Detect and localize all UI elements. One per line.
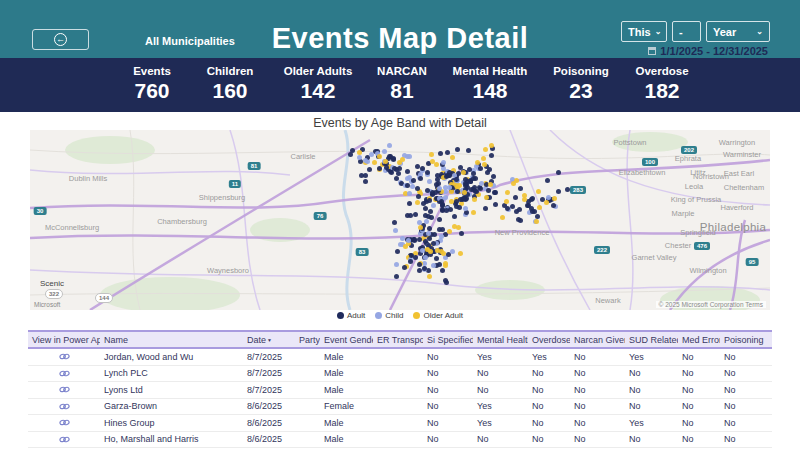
- column-header-mental-health-[interactable]: Mental Health?: [473, 335, 528, 345]
- view-in-power-app-cell[interactable]: [28, 352, 100, 361]
- event-dot[interactable]: [377, 166, 382, 171]
- event-dot[interactable]: [384, 165, 389, 170]
- table-row[interactable]: Hines Group8/6/2025MaleNoYesNoNoYesNoNo: [28, 415, 772, 432]
- event-dot[interactable]: [505, 206, 510, 211]
- event-dot[interactable]: [535, 214, 540, 219]
- event-dot[interactable]: [518, 218, 523, 223]
- event-dot[interactable]: [462, 196, 467, 201]
- event-dot[interactable]: [455, 147, 460, 152]
- power-app-link-icon[interactable]: [59, 402, 70, 411]
- power-app-link-icon[interactable]: [59, 418, 70, 427]
- event-dot[interactable]: [367, 167, 372, 172]
- event-dot[interactable]: [425, 170, 430, 175]
- event-dot[interactable]: [394, 176, 399, 181]
- event-dot[interactable]: [417, 262, 422, 267]
- event-dot[interactable]: [372, 160, 377, 165]
- event-dot[interactable]: [440, 268, 445, 273]
- event-dot[interactable]: [416, 194, 421, 199]
- column-header-event-gender[interactable]: Event Gender: [320, 335, 373, 345]
- event-dot[interactable]: [466, 148, 471, 153]
- column-header-er-transport[interactable]: ER Transport: [373, 335, 423, 345]
- event-dot[interactable]: [485, 170, 490, 175]
- event-dot[interactable]: [363, 158, 368, 163]
- event-dot[interactable]: [513, 195, 518, 200]
- period-second-dropdown[interactable]: Year ⌄: [706, 21, 770, 42]
- event-dot[interactable]: [405, 169, 410, 174]
- event-dot[interactable]: [418, 225, 423, 230]
- legend-item-child[interactable]: Child: [375, 311, 403, 320]
- event-dot[interactable]: [536, 189, 541, 194]
- event-dot[interactable]: [441, 160, 446, 165]
- legend-item-adult[interactable]: Adult: [337, 311, 365, 320]
- power-app-link-icon[interactable]: [59, 369, 70, 378]
- event-dot[interactable]: [413, 212, 418, 217]
- event-dot[interactable]: [481, 156, 486, 161]
- event-dot[interactable]: [438, 151, 443, 156]
- event-dot[interactable]: [439, 199, 444, 204]
- event-dot[interactable]: [462, 190, 467, 195]
- view-in-power-app-cell[interactable]: [28, 435, 100, 444]
- event-dot[interactable]: [483, 206, 488, 211]
- column-header-narcan-given-[interactable]: Narcan Given?: [570, 335, 625, 345]
- event-dot[interactable]: [420, 248, 425, 253]
- event-dot[interactable]: [415, 186, 420, 191]
- event-dot[interactable]: [395, 249, 400, 254]
- table-row[interactable]: Garza-Brown8/6/2025FemaleNoYesNoNoNoNoNo: [28, 399, 772, 416]
- event-dot[interactable]: [556, 170, 561, 175]
- event-dot[interactable]: [457, 205, 462, 210]
- event-dot[interactable]: [458, 251, 463, 256]
- event-dot[interactable]: [383, 159, 388, 164]
- event-dot[interactable]: [444, 280, 449, 285]
- power-app-link-icon[interactable]: [59, 385, 70, 394]
- map-canvas[interactable]: Dublin MillsShippensburgMcConnellsburgCh…: [30, 130, 770, 310]
- terms-link[interactable]: Terms: [745, 301, 763, 308]
- event-dot[interactable]: [517, 207, 522, 212]
- view-in-power-app-cell[interactable]: [28, 385, 100, 394]
- event-dot[interactable]: [407, 191, 412, 196]
- period-separator-box[interactable]: -: [672, 21, 701, 42]
- event-dot[interactable]: [427, 198, 432, 203]
- event-dot[interactable]: [408, 259, 413, 264]
- column-header-sud-related[interactable]: SUD Related: [625, 335, 678, 345]
- column-header-view-in-power-app[interactable]: View in Power App: [28, 335, 100, 345]
- event-dot[interactable]: [522, 197, 527, 202]
- event-dot[interactable]: [493, 202, 498, 207]
- column-header-poisoning[interactable]: Poisoning: [720, 335, 772, 345]
- event-dot[interactable]: [394, 262, 399, 267]
- event-dot[interactable]: [463, 206, 468, 211]
- event-dot[interactable]: [357, 150, 362, 155]
- event-dot[interactable]: [377, 154, 382, 159]
- event-dot[interactable]: [350, 148, 355, 153]
- event-dot[interactable]: [482, 162, 487, 167]
- table-row[interactable]: Lynch PLC8/7/2025MaleNoNoNoNoNoNoNo: [28, 366, 772, 383]
- column-header-date[interactable]: Date▼: [243, 335, 295, 345]
- event-dot[interactable]: [434, 256, 439, 261]
- event-dot[interactable]: [415, 200, 420, 205]
- event-dot[interactable]: [410, 184, 415, 189]
- event-dot[interactable]: [431, 263, 436, 268]
- table-row[interactable]: Ho, Marshall and Harris8/6/2025MaleNoNoN…: [28, 432, 772, 449]
- event-dot[interactable]: [461, 170, 466, 175]
- event-dot[interactable]: [518, 186, 523, 191]
- event-dot[interactable]: [500, 215, 505, 220]
- event-dot[interactable]: [405, 183, 410, 188]
- power-app-link-icon[interactable]: [59, 352, 70, 361]
- table-row[interactable]: Jordan, Wood and Wu8/7/2025MaleNoYesYesN…: [28, 349, 772, 366]
- power-app-link-icon[interactable]: [59, 435, 70, 444]
- event-dot[interactable]: [479, 181, 484, 186]
- event-dot[interactable]: [423, 213, 428, 218]
- column-header-party[interactable]: Party: [295, 335, 320, 345]
- event-dot[interactable]: [405, 213, 410, 218]
- column-header-med-error[interactable]: Med Error: [678, 335, 720, 345]
- event-dot[interactable]: [471, 210, 476, 215]
- view-in-power-app-cell[interactable]: [28, 369, 100, 378]
- period-first-dropdown[interactable]: This ⌄: [621, 21, 667, 42]
- event-dot[interactable]: [447, 229, 452, 234]
- event-dot[interactable]: [565, 187, 570, 192]
- event-dot[interactable]: [411, 237, 416, 242]
- column-header-name[interactable]: Name: [100, 335, 243, 345]
- event-dot[interactable]: [418, 176, 423, 181]
- event-dot[interactable]: [475, 160, 480, 165]
- table-row[interactable]: Lyons Ltd8/7/2025MaleNoNoNoNoNoNoNo: [28, 382, 772, 399]
- event-dot[interactable]: [454, 177, 459, 182]
